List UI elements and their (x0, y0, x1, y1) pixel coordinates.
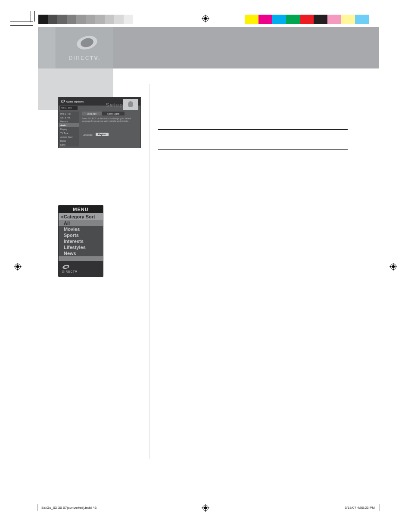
crop-mark (34, 11, 35, 22)
brand-logo: DIRECTV. (56, 27, 113, 68)
menu-selector-label: Category Sort (64, 214, 95, 219)
audio-side-item: Info & Test (59, 112, 79, 115)
swatch (86, 15, 95, 24)
cswatch (272, 15, 286, 24)
menu-item: News (59, 250, 103, 256)
brand-logo-text: DIRECTV. (68, 55, 100, 61)
audio-shot-lang-label: Language: (83, 134, 93, 136)
crop-mark (10, 25, 33, 26)
cswatch (245, 15, 258, 24)
header-accent (38, 27, 56, 68)
menu-screenshot: MENU ◀ Category Sort AllMoviesSportsInte… (58, 205, 103, 277)
swoosh-icon (62, 265, 69, 270)
cswatch (355, 15, 369, 24)
cswatch (258, 15, 272, 24)
crop-mark (31, 11, 31, 22)
menu-selector-row: ◀ Category Sort (59, 213, 103, 220)
audio-side-item: Reset (59, 139, 79, 143)
menu-item: Sports (59, 232, 103, 238)
registration-mark-icon (389, 263, 397, 271)
cswatch (286, 15, 300, 24)
audio-side-item: TV Type (59, 131, 79, 135)
footer-filename: SatGo_03-30-07(converted).indd 43 (41, 506, 97, 510)
swatch (105, 15, 114, 24)
menu-footer: DIRECTV (59, 261, 103, 277)
menu-header: MENU (59, 205, 103, 213)
audio-shot-date: Wed 7 Sep (60, 106, 78, 110)
audio-side-item: Display (59, 127, 79, 131)
color-calibration-strip (245, 15, 369, 24)
audio-shot-title: Audio Options (66, 100, 84, 103)
crop-mark (10, 22, 33, 22)
column-divider (149, 84, 150, 459)
audio-side-item: Audio (59, 123, 79, 127)
audio-options-screenshot: Audio Options Setup Wed 7 Sep Info & Tes… (58, 97, 141, 148)
cswatch (341, 15, 355, 24)
audio-shot-side-list: Info & TestSat. & Ant.RemoteAudioDisplay… (59, 112, 79, 146)
swatch (48, 15, 57, 24)
audio-shot-thumbnail (123, 99, 138, 110)
audio-shot-hint: Press SELECT on the option to change you… (82, 117, 138, 123)
menu-items: AllMoviesSportsInterestsLifestylesNews (59, 220, 103, 256)
grayscale-calibration-strip (38, 15, 143, 24)
swatch (114, 15, 124, 24)
footer-rule-left (37, 504, 40, 511)
registration-mark-icon (202, 15, 209, 22)
registration-mark-icon (14, 263, 22, 271)
swoosh-icon (74, 34, 96, 53)
swatch (67, 15, 76, 24)
menu-footer-brand: DIRECTV (62, 270, 78, 273)
audio-side-item: Sat. & Ant. (59, 115, 79, 119)
menu-item: All (59, 220, 103, 226)
audio-side-item: Remote (59, 119, 79, 123)
audio-shot-lang-value: English (96, 133, 109, 136)
spacer (58, 148, 149, 205)
cswatch (314, 15, 327, 24)
swoosh-icon (60, 100, 65, 103)
cswatch (327, 15, 341, 24)
section-rule (158, 149, 348, 150)
brand-logo-text-a: DIREC (68, 55, 90, 61)
swatch (95, 15, 105, 24)
brand-logo-text-b: TV. (90, 55, 101, 61)
swatch (133, 15, 143, 24)
footer-rule-right (377, 504, 380, 511)
audio-tab: Dolby Digital (102, 112, 125, 115)
registration-mark-icon (202, 504, 209, 512)
section-rule (158, 129, 348, 130)
menu-blank-row (59, 256, 103, 261)
cswatch (300, 15, 314, 24)
audio-tab: Language (82, 112, 102, 115)
menu-item: Interests (59, 238, 103, 244)
menu-item: Lifestyles (59, 244, 103, 250)
menu-item: Movies (59, 226, 103, 232)
document-page: DIRECTV. Audio Options Setup Wed 7 Sep I… (0, 0, 411, 532)
audio-shot-tabs: LanguageDolby Digital (82, 112, 125, 115)
swatch (38, 15, 48, 24)
sidebar-column: Audio Options Setup Wed 7 Sep Info & Tes… (58, 97, 149, 277)
swatch (124, 15, 133, 24)
footer-timestamp: 5/18/07 4:50:23 PM (345, 506, 375, 510)
swatch (76, 15, 86, 24)
triangle-left-icon: ◀ (59, 215, 64, 219)
swatch (57, 15, 67, 24)
audio-side-item: Done (59, 143, 79, 146)
audio-shot-setup-label: Setup (106, 102, 123, 108)
audio-side-item: Access Card (59, 135, 79, 139)
